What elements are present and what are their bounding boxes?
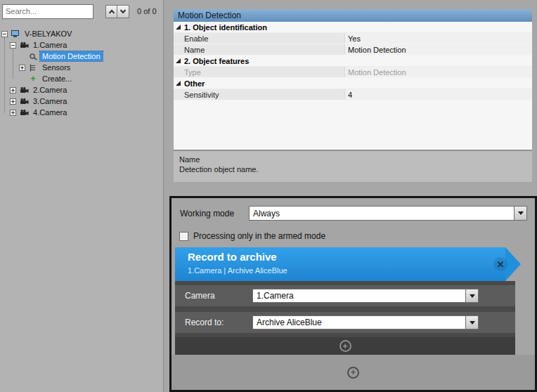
- camera-dropdown[interactable]: 1.Camera: [252, 289, 479, 303]
- armed-mode-label: Processing only in the armed mode: [193, 231, 325, 241]
- record-to-label: Record to:: [175, 318, 252, 327]
- server-icon: [11, 30, 20, 38]
- property-name: Name: [183, 44, 344, 55]
- dropdown-button[interactable]: [514, 207, 526, 220]
- object-tree-panel: 0 of 0 V-BELYAKOV 1.Camera Motion Detect…: [0, 0, 164, 392]
- property-grid: 1. Object identification Enable Yes Name…: [174, 22, 532, 150]
- group-label: 2. Object features: [184, 57, 249, 65]
- add-action-button[interactable]: +: [347, 367, 359, 379]
- camera-label: Camera: [175, 291, 252, 301]
- search-nav-buttons: [105, 5, 129, 18]
- camera-icon: [19, 108, 29, 117]
- collapse-minus-icon[interactable]: [1, 31, 8, 37]
- row-gutter: [174, 67, 183, 77]
- dropdown-arrow-icon: [470, 321, 475, 325]
- tree-item-motion-detection[interactable]: Motion Detection: [0, 51, 163, 62]
- plus-icon: +: [342, 342, 347, 351]
- tree-item-create[interactable]: + Create...: [0, 73, 163, 84]
- tree-item-camera-1[interactable]: 1.Camera: [0, 39, 163, 51]
- collapse-minus-icon[interactable]: [10, 42, 16, 48]
- expand-plus-icon[interactable]: [10, 110, 16, 116]
- tree-item-label: Create...: [40, 74, 74, 84]
- dropdown-button[interactable]: [465, 289, 478, 302]
- tree-item-sensors[interactable]: Sensors: [0, 62, 163, 73]
- group-label: Other: [184, 79, 205, 88]
- row-gutter: [174, 44, 183, 55]
- tree-item-label: 1.Camera: [31, 40, 69, 50]
- search-input[interactable]: [2, 4, 93, 19]
- property-row-enable: Enable Yes: [174, 33, 532, 44]
- property-grid-empty-area: [174, 100, 532, 150]
- tree-item-server[interactable]: V-BELYAKOV: [0, 28, 163, 39]
- expand-plus-icon[interactable]: [10, 87, 16, 93]
- group-label: 1. Object identification: [184, 23, 267, 32]
- property-group-object-features[interactable]: 2. Object features: [174, 55, 532, 67]
- search-result-counter: 0 of 0: [137, 7, 157, 15]
- property-row-type: Type Motion Detection: [174, 67, 532, 78]
- record-to-value: Archive AliceBlue: [253, 316, 465, 329]
- action-subtitle: 1.Camera | Archive AliceBlue: [188, 266, 287, 275]
- property-value[interactable]: Motion Detection: [344, 44, 532, 55]
- tree-item-label: 2.Camera: [31, 85, 69, 95]
- row-gutter: [174, 89, 183, 100]
- property-name: Type: [183, 67, 344, 77]
- working-mode-value: Always: [250, 207, 514, 220]
- camera-icon: [19, 97, 29, 105]
- tree-item-label: 3.Camera: [31, 96, 69, 106]
- record-to-dropdown[interactable]: Archive AliceBlue: [252, 315, 479, 329]
- record-to-field-row: Record to: Archive AliceBlue: [175, 312, 515, 333]
- dropdown-button[interactable]: [465, 316, 478, 329]
- properties-title: Motion Detection: [174, 9, 532, 22]
- tree-item-label: Sensors: [40, 63, 72, 72]
- property-description: Name Detection object name.: [174, 150, 532, 182]
- tree-item-camera-4[interactable]: 4.Camera: [0, 107, 163, 118]
- property-group-other[interactable]: Other: [174, 78, 532, 89]
- description-title: Name: [179, 155, 526, 164]
- camera-icon: [19, 86, 29, 94]
- armed-mode-checkbox[interactable]: [179, 232, 188, 241]
- close-icon: ✕: [497, 259, 505, 270]
- tree-item-label: 4.Camera: [31, 107, 69, 117]
- expand-plus-icon[interactable]: [10, 98, 16, 105]
- record-to-archive-banner: Record to archive 1.Camera | Archive Ali…: [175, 247, 505, 281]
- rule-footer: +: [172, 355, 535, 390]
- dropdown-arrow-icon: [518, 211, 524, 215]
- properties-panel: Motion Detection 1. Object identificatio…: [174, 9, 532, 182]
- device-tree: V-BELYAKOV 1.Camera Motion Detection Sen…: [0, 28, 163, 392]
- description-text: Detection object name.: [179, 164, 526, 174]
- chevron-down-icon: [120, 8, 126, 13]
- property-row-sensitivity: Sensitivity 4: [174, 89, 532, 100]
- close-action-button[interactable]: ✕: [493, 257, 507, 271]
- dropdown-arrow-icon: [470, 294, 475, 298]
- camera-field-row: Camera 1.Camera: [175, 285, 515, 306]
- search-next-button[interactable]: [117, 5, 129, 18]
- armed-mode-row: Processing only in the armed mode: [179, 231, 325, 241]
- create-plus-icon: +: [28, 74, 38, 83]
- working-mode-dropdown[interactable]: Always: [249, 206, 527, 221]
- banner-arrow-shape: [505, 247, 521, 281]
- action-parameters-panel: Camera 1.Camera Record to: Archive Alice…: [175, 281, 515, 355]
- sensors-icon: [28, 63, 38, 72]
- property-group-object-identification[interactable]: 1. Object identification: [174, 22, 532, 33]
- search-prev-button[interactable]: [105, 5, 117, 18]
- add-parameter-row: +: [175, 337, 515, 355]
- property-name: Sensitivity: [183, 89, 344, 100]
- plus-icon: +: [351, 368, 356, 377]
- tree-item-label: V-BELYAKOV: [22, 29, 74, 39]
- motion-detection-icon: [28, 52, 38, 60]
- collapse-triangle-icon[interactable]: [176, 25, 181, 30]
- property-value[interactable]: 4: [344, 89, 532, 100]
- expand-plus-icon[interactable]: [19, 65, 25, 71]
- collapse-triangle-icon[interactable]: [176, 81, 181, 86]
- tree-item-camera-2[interactable]: 2.Camera: [0, 84, 163, 96]
- working-mode-label: Working mode: [180, 209, 234, 218]
- property-value[interactable]: Yes: [344, 33, 532, 44]
- tree-item-label: Motion Detection: [40, 51, 103, 61]
- tree-item-camera-3[interactable]: 3.Camera: [0, 96, 163, 107]
- search-bar: 0 of 0: [0, 0, 163, 22]
- action-title: Record to archive: [188, 251, 277, 263]
- collapse-triangle-icon[interactable]: [176, 58, 181, 63]
- property-name: Enable: [183, 33, 344, 44]
- property-value: Motion Detection: [344, 67, 532, 77]
- add-parameter-button[interactable]: +: [339, 340, 351, 352]
